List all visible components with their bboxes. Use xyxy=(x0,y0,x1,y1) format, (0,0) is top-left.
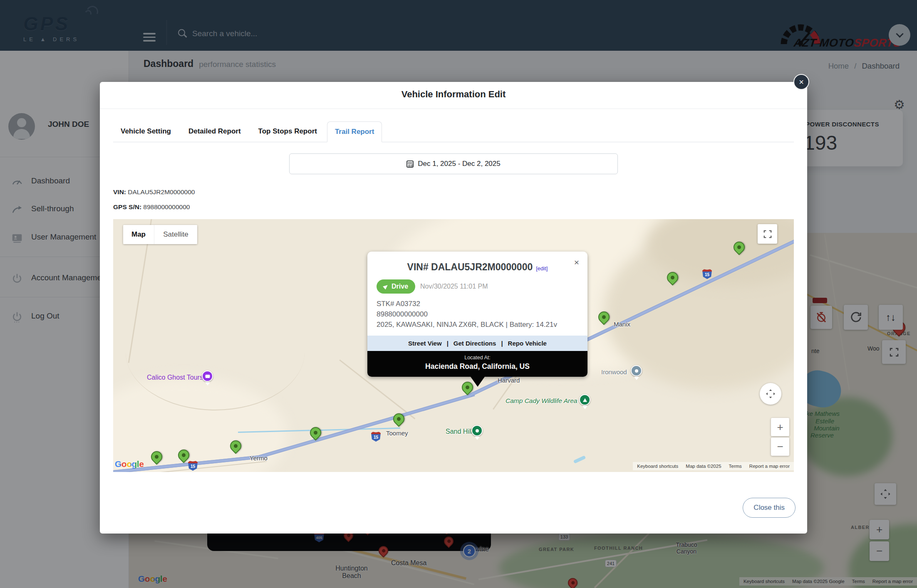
repo-vehicle-link[interactable]: Repo Vehicle xyxy=(508,340,547,347)
keyboard-shortcuts-link[interactable]: Keyboard shortcuts xyxy=(637,464,678,469)
navigation-arrow-icon xyxy=(383,284,389,290)
street-view-link[interactable]: Street View xyxy=(408,340,442,347)
map-attribution: Keyboard shortcuts Map data ©2025 Terms … xyxy=(633,462,794,470)
map-label-camp-cady[interactable]: Camp Cady Wildlife Area xyxy=(506,397,577,405)
interstate-15-road xyxy=(258,393,475,459)
map-type-map-button[interactable]: Map xyxy=(123,225,154,244)
tab-trail-report[interactable]: Trail Report xyxy=(327,121,382,142)
modal-header-divider xyxy=(100,109,807,109)
status-badge: Drive xyxy=(377,279,415,294)
popup-close-icon[interactable]: × xyxy=(574,257,579,267)
modal-title: Vehicle Information Edit xyxy=(100,89,807,100)
gps-row: GPS S/N: 8988000000000 xyxy=(113,203,190,211)
map-type-control: Map Satellite xyxy=(123,225,197,244)
located-label: Located At: xyxy=(367,355,587,361)
tab-detailed-report[interactable]: Detailed Report xyxy=(181,121,248,142)
tab-top-stops-report[interactable]: Top Stops Report xyxy=(251,121,325,142)
close-icon: × xyxy=(799,77,804,87)
date-range-picker[interactable]: Dec 1, 2025 - Dec 2, 2025 xyxy=(289,153,618,174)
interstate-15-shield: 15 xyxy=(371,431,381,442)
located-at-panel: Located At: Hacienda Road, California, U… xyxy=(367,351,587,377)
map-type-satellite-button[interactable]: Satellite xyxy=(154,225,197,244)
map-label-harvard: Harvard xyxy=(498,377,520,384)
map-fullscreen-button[interactable] xyxy=(758,224,777,244)
map-zoom-in-button[interactable]: + xyxy=(771,418,789,436)
vehicle-info-window: × VIN# DALAU5JR2M0000000 [edit] Drive No… xyxy=(367,252,587,377)
popup-title: VIN# DALAU5JR2M0000000 xyxy=(407,262,533,273)
calendar-icon xyxy=(406,161,414,168)
tab-vehicle-setting[interactable]: Vehicle Setting xyxy=(113,121,178,142)
google-logo: Google xyxy=(115,459,144,469)
water-mark xyxy=(573,455,586,464)
status-timestamp: Nov/30/2025 11:01 PM xyxy=(420,283,488,290)
terms-link[interactable]: Terms xyxy=(729,464,742,469)
edit-link[interactable]: [edit] xyxy=(536,265,548,272)
map-label-manix: Manix xyxy=(614,321,630,328)
camera-poi-icon[interactable] xyxy=(202,371,213,382)
map-data-text: Map data ©2025 xyxy=(686,464,721,469)
close-this-button[interactable]: Close this xyxy=(743,498,796,518)
action-separator: | xyxy=(447,340,449,347)
located-address: Hacienda Road, California, US xyxy=(367,362,587,371)
report-error-link[interactable]: Report a map error xyxy=(749,464,790,469)
map-label-ironwood[interactable]: Ironwood xyxy=(601,368,627,376)
map-zoom-out-button[interactable]: − xyxy=(771,437,789,456)
vehicle-details: STK# A03732 8988000000000 2025, KAWASAKI… xyxy=(377,299,587,330)
fullscreen-icon xyxy=(763,230,772,239)
stk-line: STK# A03732 xyxy=(377,299,587,309)
modal-close-button[interactable]: × xyxy=(793,74,809,90)
serial-line: 8988000000000 xyxy=(377,309,587,319)
road-arc xyxy=(126,294,305,410)
park-poi-icon[interactable] xyxy=(471,425,483,436)
modal-tabs: Vehicle Setting Detailed Report Top Stop… xyxy=(113,121,794,142)
tree-poi-icon[interactable] xyxy=(579,394,590,405)
map-label-toomey: Toomey xyxy=(386,430,408,437)
get-directions-link[interactable]: Get Directions xyxy=(454,340,496,347)
move-icon xyxy=(765,388,776,399)
action-separator: | xyxy=(501,340,503,347)
date-range-value: Dec 1, 2025 - Dec 2, 2025 xyxy=(418,160,500,168)
spec-line: 2025, KAWASAKI, NINJA ZX6R, BLACK | Batt… xyxy=(377,319,587,330)
popup-tail xyxy=(471,377,485,387)
map-label-sand-hill[interactable]: Sand Hill xyxy=(446,428,472,435)
locality-poi-icon[interactable] xyxy=(631,365,642,376)
popup-actions: Street View | Get Directions | Repo Vehi… xyxy=(367,336,587,351)
vin-row: VIN: DALAU5JR2M0000000 xyxy=(113,188,195,196)
map-pan-button[interactable] xyxy=(760,383,781,405)
vehicle-information-edit-modal: × Vehicle Information Edit Vehicle Setti… xyxy=(100,82,807,534)
trail-report-map[interactable]: 15 15 15 Calico Ghost Tours Yermo Toomey… xyxy=(113,219,794,472)
map-label-calico-ghost-tours[interactable]: Calico Ghost Tours xyxy=(147,374,203,381)
map-label-yermo: Yermo xyxy=(250,455,268,462)
